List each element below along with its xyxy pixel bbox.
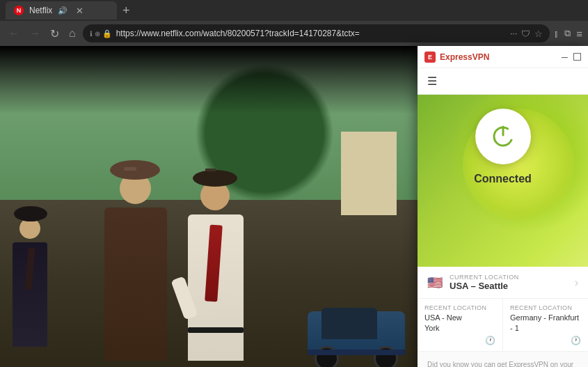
netflix-tab[interactable]: N Netflix 🔊 ✕ bbox=[6, 1, 117, 19]
vpn-logo: E ExpressVPN bbox=[424, 52, 489, 63]
expressvpn-logo-icon: E bbox=[424, 52, 436, 63]
vpn-power-button[interactable] bbox=[475, 109, 531, 164]
vpn-notice-text: Did you know you can get ExpressVPN on y… bbox=[427, 361, 573, 367]
recent2-bottom: 🕐 bbox=[510, 336, 581, 345]
tabs-button[interactable]: ⧉ bbox=[564, 28, 571, 39]
forward-button[interactable]: → bbox=[26, 26, 43, 41]
recent1-name: USA - NewYork bbox=[424, 313, 495, 333]
reload-button[interactable]: ↻ bbox=[47, 26, 62, 42]
recent-location-germany-frankfurt[interactable]: Recent Location Germany - Frankfurt - 1 … bbox=[503, 299, 588, 351]
shield-toolbar-icon[interactable]: 🛡 bbox=[521, 29, 530, 39]
vpn-minimize-button[interactable]: – bbox=[562, 52, 568, 63]
current-location-flag: 🇺🇸 bbox=[427, 275, 443, 290]
video-scene bbox=[0, 46, 418, 367]
recent-location-usa-newyork[interactable]: Recent Location USA - NewYork 🕐 bbox=[418, 299, 503, 351]
back-button[interactable]: ← bbox=[6, 26, 22, 41]
recent2-label: Recent Location bbox=[510, 304, 581, 311]
tab-favicon: N bbox=[14, 6, 24, 15]
tab-title: Netflix bbox=[29, 6, 52, 15]
current-location-info: Current Location USA – Seattle bbox=[450, 274, 568, 291]
expressvpn-logo-text: ExpressVPN bbox=[440, 52, 489, 62]
tab-close-button[interactable]: ✕ bbox=[76, 6, 84, 16]
tab-bar: N Netflix 🔊 ✕ + bbox=[0, 0, 588, 21]
address-security-icons: ℹ ⊕ 🔒 bbox=[90, 29, 112, 38]
vpn-maximize-button[interactable] bbox=[573, 53, 581, 61]
current-location-label: Current Location bbox=[450, 274, 568, 281]
vpn-status-text: Connected bbox=[474, 173, 532, 185]
vpn-header: E ExpressVPN – bbox=[418, 46, 588, 68]
extension-icon: ⊕ bbox=[95, 30, 100, 38]
lock-icon: 🔒 bbox=[102, 29, 112, 38]
vpn-menu-bar: ☰ bbox=[418, 68, 588, 95]
sidebar-button[interactable]: ⫿ bbox=[554, 29, 559, 39]
power-icon-svg bbox=[491, 124, 516, 149]
address-more-button[interactable]: ··· bbox=[510, 29, 517, 38]
current-location-row[interactable]: 🇺🇸 Current Location USA – Seattle › bbox=[418, 267, 588, 299]
recent1-clock-icon: 🕐 bbox=[485, 336, 495, 345]
current-location-arrow: › bbox=[575, 276, 578, 289]
figure-center-right bbox=[188, 214, 244, 361]
main-content-area: E ExpressVPN – ☰ Connect bbox=[0, 46, 588, 367]
tab-favicon-letter: N bbox=[17, 7, 22, 14]
address-bar[interactable]: ℹ ⊕ 🔒 https://www.netflix.com/watch/8020… bbox=[83, 24, 550, 42]
bookmark-icon[interactable]: ☆ bbox=[534, 29, 543, 39]
vintage-car bbox=[308, 308, 405, 367]
info-icon: ℹ bbox=[90, 30, 93, 38]
current-location-name: USA – Seattle bbox=[450, 281, 568, 291]
video-player[interactable] bbox=[0, 46, 418, 367]
recent2-clock-icon: 🕐 bbox=[571, 336, 581, 345]
tab-audio-icon[interactable]: 🔊 bbox=[58, 6, 67, 15]
recent1-bottom: 🕐 bbox=[424, 336, 495, 345]
expressvpn-logo-letter: E bbox=[428, 54, 432, 61]
figure-left bbox=[13, 242, 47, 347]
figure-center-left bbox=[104, 208, 167, 361]
scene-building bbox=[341, 132, 397, 215]
toolbar-right-buttons: ⫿ ⧉ ≡ bbox=[554, 28, 582, 40]
recent-locations-row: Recent Location USA - NewYork 🕐 Recent L… bbox=[418, 299, 588, 352]
recent1-label: Recent Location bbox=[424, 304, 495, 311]
vpn-bottom-notice: Did you know you can get ExpressVPN on y… bbox=[418, 352, 588, 367]
vpn-locations-section: 🇺🇸 Current Location USA – Seattle › Rece… bbox=[418, 267, 588, 367]
vpn-main-body: Connected 🇺🇸 Current Location USA – Seat… bbox=[418, 95, 588, 367]
home-button[interactable]: ⌂ bbox=[66, 26, 79, 41]
hamburger-menu-button[interactable]: ☰ bbox=[427, 75, 437, 88]
new-tab-button[interactable]: + bbox=[122, 3, 130, 18]
vpn-window-controls: – bbox=[562, 52, 581, 63]
address-text: https://www.netflix.com/watch/80200571?t… bbox=[116, 29, 507, 38]
recent2-name: Germany - Frankfurt - 1 bbox=[510, 313, 581, 333]
menu-button[interactable]: ≡ bbox=[576, 28, 582, 40]
expressvpn-panel: E ExpressVPN – ☰ Connect bbox=[418, 46, 588, 367]
browser-toolbar: ← → ↻ ⌂ ℹ ⊕ 🔒 https://www.netflix.com/wa… bbox=[0, 21, 588, 46]
